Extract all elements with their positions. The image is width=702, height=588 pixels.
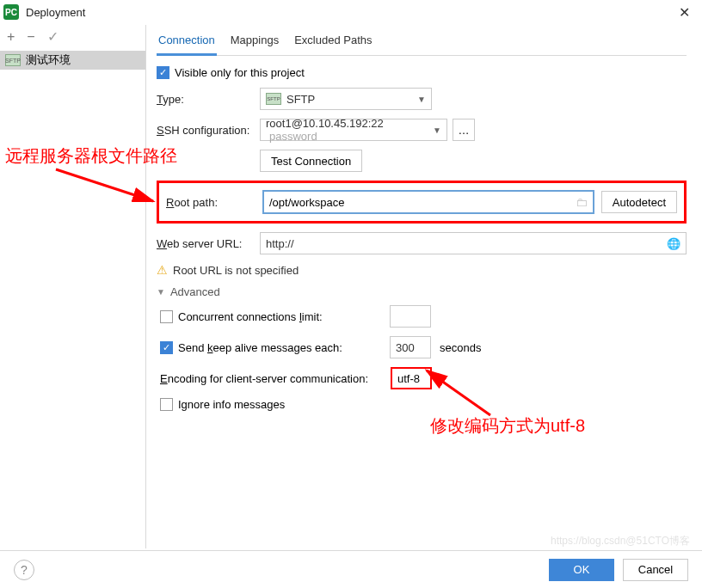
add-icon[interactable]: + xyxy=(7,30,15,44)
window-title: Deployment xyxy=(26,6,85,19)
warn-text: Root URL is not specified xyxy=(173,264,299,277)
server-label: 测试环境 xyxy=(26,52,71,68)
autodetect-button[interactable]: Autodetect xyxy=(601,191,677,213)
warning-icon: ⚠ xyxy=(157,263,168,277)
visible-only-checkbox[interactable]: ✓ xyxy=(157,66,169,79)
caret-down-icon: ▼ xyxy=(433,126,441,135)
folder-icon[interactable]: 🗀 xyxy=(576,195,588,209)
weburl-label: Web server URL: xyxy=(157,237,260,250)
tab-connection[interactable]: Connection xyxy=(157,30,217,56)
root-path-input[interactable]: /opt/workspace 🗀 xyxy=(262,190,594,214)
globe-icon[interactable]: 🌐 xyxy=(667,237,680,250)
root-path-label: Root path: xyxy=(166,196,262,209)
caret-down-icon: ▼ xyxy=(417,95,426,104)
encoding-input[interactable] xyxy=(391,367,432,389)
keepalive-checkbox[interactable]: ✓ xyxy=(160,341,173,354)
encoding-label: Encoding for client-server communication… xyxy=(160,372,391,385)
root-path-highlight: Root path: /opt/workspace 🗀 Autodetect xyxy=(157,181,687,224)
server-item[interactable]: SFTP 测试环境 xyxy=(0,51,145,70)
ignore-label: Ignore info messages xyxy=(178,398,285,411)
sftp-badge-icon: SFTP xyxy=(5,54,21,66)
close-icon[interactable]: ✕ xyxy=(672,3,697,22)
keepalive-unit: seconds xyxy=(440,341,481,354)
app-icon: PC xyxy=(3,4,19,20)
ssh-config-dropdown[interactable]: root1@10.10.45.192:22 password ▼ xyxy=(260,119,447,141)
help-icon[interactable]: ? xyxy=(14,560,34,580)
ok-button[interactable]: OK xyxy=(549,559,614,581)
weburl-input[interactable]: http:// 🌐 xyxy=(260,232,687,254)
keepalive-label: Send keep alive messages each: xyxy=(178,341,390,354)
tab-mappings[interactable]: Mappings xyxy=(229,30,280,55)
check-icon[interactable]: ✓ xyxy=(47,30,58,44)
test-connection-button[interactable]: Test Connection xyxy=(260,150,362,172)
concurrent-input[interactable] xyxy=(390,305,431,328)
tab-excluded[interactable]: Excluded Paths xyxy=(292,30,373,55)
remove-icon[interactable]: − xyxy=(27,30,34,44)
sidebar: + − ✓ SFTP 测试环境 xyxy=(0,25,146,548)
advanced-toggle[interactable]: ▼ Advanced xyxy=(157,285,687,298)
cancel-button[interactable]: Cancel xyxy=(623,559,688,581)
concurrent-checkbox[interactable] xyxy=(160,310,173,323)
type-label: Type: xyxy=(157,93,260,106)
ssh-more-button[interactable]: … xyxy=(453,119,475,141)
keepalive-input[interactable] xyxy=(390,336,431,358)
sftp-icon: SFTP xyxy=(266,93,281,105)
ignore-checkbox[interactable] xyxy=(160,398,173,411)
visible-only-label: Visible only for this project xyxy=(175,66,305,79)
concurrent-label: Concurrent connections limit: xyxy=(178,310,390,323)
chevron-down-icon: ▼ xyxy=(157,287,165,297)
type-dropdown[interactable]: SFTP SFTP ▼ xyxy=(260,88,432,110)
ssh-label: SSH configuration: xyxy=(157,124,260,137)
